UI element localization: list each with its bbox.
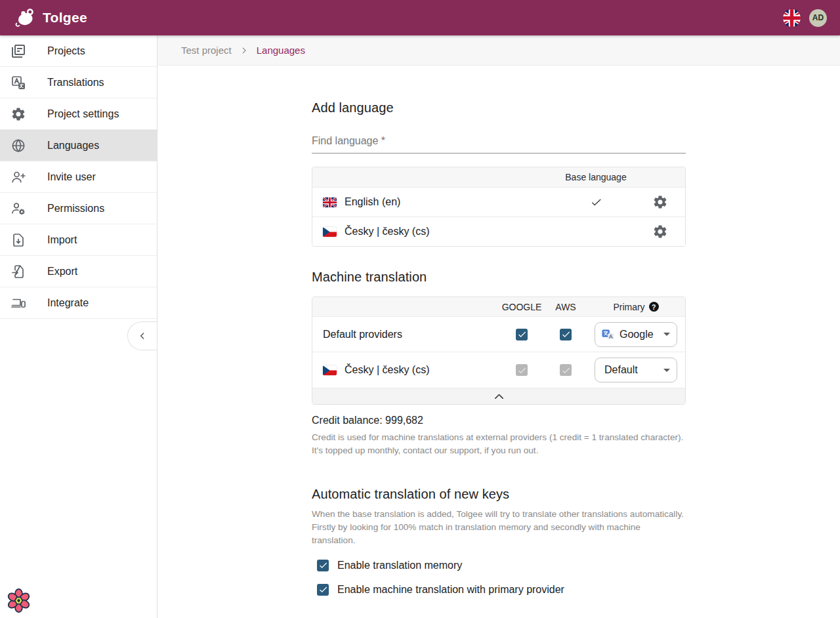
sidebar-item-permissions[interactable]: Permissions: [0, 193, 157, 224]
primary-provider-value: Google: [620, 329, 658, 340]
find-language-field: [312, 133, 686, 154]
machine-translation-table: GOOGLE AWS Primary ? Default providers: [312, 297, 686, 405]
sidebar-item-integrate[interactable]: Integrate: [0, 287, 157, 319]
language-name: English (en): [345, 196, 400, 208]
czech-flag-icon: [323, 365, 337, 375]
app-bar-right: AD: [783, 9, 827, 27]
sidebar-item-import[interactable]: Import: [0, 224, 157, 256]
languages-table: Base language English (en): [312, 167, 686, 247]
sidebar-collapse-button[interactable]: [127, 321, 157, 350]
collapse-table-button[interactable]: [312, 388, 685, 404]
primary-provider-select[interactable]: Google: [595, 322, 677, 347]
auto-translation-title: Automatic translation of new keys: [312, 487, 686, 502]
settings-icon: [10, 106, 26, 122]
find-language-input[interactable]: [312, 133, 686, 154]
language-settings-button[interactable]: [649, 191, 671, 213]
option-translation-memory: Enable translation memory: [317, 560, 686, 571]
export-icon: [10, 264, 26, 279]
option-label: Enable machine translation with primary …: [337, 584, 564, 596]
base-language-check-icon: [590, 196, 602, 209]
sidebar: Projects Translations Project settings L…: [0, 35, 158, 618]
sidebar-item-label: Projects: [47, 45, 85, 57]
google-column-header: GOOGLE: [499, 302, 545, 312]
language-row-czech: Česky | česky (cs): [312, 216, 685, 246]
main-content: Add language Base language: [158, 66, 840, 618]
sidebar-item-translations[interactable]: Translations: [0, 67, 157, 98]
google-checkbox[interactable]: [516, 329, 528, 340]
chevron-right-icon: [240, 46, 249, 55]
sidebar-item-label: Integrate: [47, 297, 89, 309]
base-language-column-header: Base language: [556, 172, 635, 182]
sidebar-item-label: Languages: [47, 140, 99, 152]
react-devtools-icon: [6, 588, 32, 613]
language-settings-button[interactable]: [649, 220, 671, 243]
permissions-icon: [10, 201, 26, 216]
sidebar-item-label: Export: [47, 266, 77, 278]
gear-icon: [652, 194, 668, 210]
sidebar-item-label: Invite user: [47, 171, 96, 183]
uk-flag-icon: [323, 197, 337, 207]
auto-translation-description: When the base translation is added, Tolg…: [312, 508, 686, 547]
sidebar-item-project-settings[interactable]: Project settings: [0, 98, 157, 130]
sidebar-item-label: Translations: [47, 77, 104, 89]
languages-table-header: Base language: [312, 167, 685, 187]
primary-provider-select[interactable]: Default: [595, 358, 677, 382]
breadcrumb-project-link[interactable]: Test project: [181, 45, 232, 56]
breadcrumb-current-page[interactable]: Languages: [257, 45, 305, 56]
ui-language-flag-icon[interactable]: [783, 9, 801, 27]
invite-user-icon: [10, 169, 26, 185]
dropdown-arrow-icon: [663, 333, 670, 336]
sidebar-item-label: Project settings: [47, 108, 119, 120]
auto-translation-section: Automatic translation of new keys When t…: [312, 487, 686, 596]
primary-provider-value: Default: [602, 364, 658, 376]
aws-checkbox-disabled: [560, 364, 572, 376]
sidebar-item-label: Import: [47, 234, 77, 246]
help-icon[interactable]: ?: [649, 302, 659, 312]
sidebar-item-export[interactable]: Export: [0, 256, 157, 287]
translation-memory-checkbox[interactable]: [317, 560, 329, 571]
option-machine-translation: Enable machine translation with primary …: [317, 584, 686, 596]
breadcrumb: Test project Languages: [158, 35, 840, 66]
sidebar-item-label: Permissions: [47, 203, 104, 215]
import-icon: [10, 232, 26, 248]
credit-balance-label: Credit balance:: [312, 415, 383, 426]
aws-column-header: AWS: [545, 302, 587, 312]
sidebar-item-projects[interactable]: Projects: [0, 35, 157, 67]
tolgee-logo-icon[interactable]: [13, 6, 37, 30]
app-bar: Tolgee AD: [0, 0, 840, 35]
chevron-up-icon: [494, 393, 504, 400]
mt-row-czech: Česky | česky (cs) Default: [312, 352, 685, 388]
dropdown-arrow-icon: [663, 369, 670, 372]
credit-balance: Credit balance: 999,682: [312, 415, 686, 426]
user-avatar[interactable]: AD: [809, 9, 827, 27]
mt-row-default-providers: Default providers: [312, 316, 685, 352]
aws-checkbox[interactable]: [560, 329, 572, 340]
czech-flag-icon: [323, 227, 337, 237]
credit-description: Credit is used for machine translations …: [312, 431, 686, 457]
gear-icon: [652, 224, 668, 239]
app-title[interactable]: Tolgee: [43, 10, 87, 26]
credit-balance-value: 999,682: [385, 415, 423, 426]
option-label: Enable translation memory: [337, 560, 462, 571]
primary-column-header: Primary: [613, 302, 644, 312]
mt-row-label: Česky | česky (cs): [345, 364, 430, 376]
add-language-title: Add language: [312, 100, 686, 115]
machine-translation-title: Machine translation: [312, 270, 686, 285]
chevron-left-icon: [137, 331, 148, 341]
language-name: Česky | česky (cs): [345, 226, 430, 237]
google-checkbox-disabled: [516, 364, 528, 376]
machine-translation-table-header: GOOGLE AWS Primary ?: [312, 297, 685, 316]
integrate-icon: [10, 295, 26, 311]
languages-icon: [10, 138, 26, 154]
mt-row-label: Default providers: [312, 329, 499, 340]
sidebar-item-invite-user[interactable]: Invite user: [0, 161, 157, 193]
machine-translation-checkbox[interactable]: [317, 584, 329, 596]
language-row-english: English (en): [312, 187, 685, 216]
sidebar-item-languages[interactable]: Languages: [0, 130, 157, 161]
projects-icon: [10, 43, 26, 59]
google-translate-icon: [602, 328, 614, 340]
translations-icon: [10, 75, 26, 91]
